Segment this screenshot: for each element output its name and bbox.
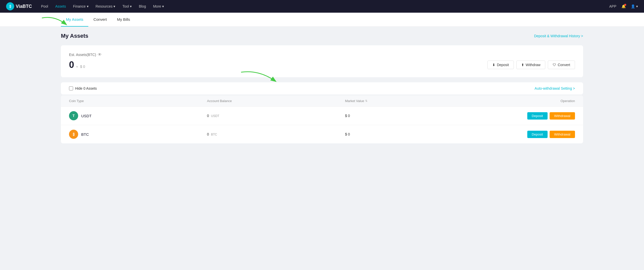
deposit-icon: ⬇ <box>492 63 495 67</box>
nav-more[interactable]: More ▾ <box>153 4 164 8</box>
navbar: ₿ ViaBTC Pool Assets Finance ▾ Resources… <box>0 0 644 13</box>
auto-withdrawal-link[interactable]: Auto-withdrawal Setting > <box>535 86 575 90</box>
balance-unit-btc: BTC <box>211 133 217 136</box>
filter-row: Hide 0 Assets Auto-withdrawal Setting > <box>61 82 583 94</box>
deposit-button[interactable]: ⬇ Deposit <box>487 61 514 69</box>
chevron-down-icon: ▾ <box>162 4 164 8</box>
page-title: My Assets <box>61 33 88 39</box>
convert-button[interactable]: 🛡 Convert <box>548 61 575 69</box>
tab-my-assets[interactable]: My Assets <box>61 13 88 27</box>
table-row: T USDT 0 USDT $ 0 Deposit Withdrawal <box>61 107 583 125</box>
tab-convert[interactable]: Convert <box>88 13 112 27</box>
chevron-down-icon: ▾ <box>113 4 115 8</box>
est-assets-label: Est. Assets(BTC) 👁 <box>69 52 575 57</box>
asset-summary-card: Est. Assets(BTC) 👁 0 ≈ $ 0 ⬇ Deposit ⬆ <box>61 45 583 77</box>
btc-withdrawal-button[interactable]: Withdrawal <box>550 131 575 138</box>
nav-pool[interactable]: Pool <box>41 4 48 8</box>
nav-resources[interactable]: Resources ▾ <box>96 4 115 8</box>
op-cell-btc: Deposit Withdrawal <box>483 131 575 138</box>
op-cell-usdt: Deposit Withdrawal <box>483 112 575 120</box>
btc-logo: ₿ <box>69 130 78 139</box>
usdt-deposit-button[interactable]: Deposit <box>527 112 548 120</box>
assets-table: Coin Type Account Balance Market Value ⇅… <box>61 95 583 143</box>
asset-value-left: 0 ≈ $ 0 <box>69 60 85 70</box>
nav-right: APP 🔔 👤 ▾ <box>609 4 638 8</box>
th-coin-type: Coin Type <box>69 99 207 103</box>
notification-bell[interactable]: 🔔 <box>621 4 626 8</box>
th-operation: Operation <box>483 99 575 103</box>
logo-icon: ₿ <box>6 2 14 10</box>
balance-cell-usdt: 0 USDT <box>207 114 345 118</box>
coin-cell-usdt: T USDT <box>69 111 207 120</box>
chevron-down-icon: ▾ <box>636 4 638 8</box>
main-content: My Assets Deposit & Withdrawal History >… <box>0 27 644 149</box>
th-market-value: Market Value ⇅ <box>345 99 483 103</box>
sort-icon[interactable]: ⇅ <box>365 99 367 103</box>
asset-big-number: 0 <box>69 60 74 70</box>
usdt-logo: T <box>69 111 78 120</box>
withdraw-button[interactable]: ⬆ Withdraw <box>516 61 545 69</box>
shield-icon: 🛡 <box>553 63 556 67</box>
usdt-withdrawal-button[interactable]: Withdrawal <box>550 112 575 120</box>
chevron-down-icon: ▾ <box>87 4 89 8</box>
coin-cell-btc: ₿ BTC <box>69 130 207 139</box>
balance-cell-btc: 0 BTC <box>207 132 345 136</box>
eye-icon[interactable]: 👁 <box>98 52 102 57</box>
action-buttons: ⬇ Deposit ⬆ Withdraw 🛡 Convert <box>487 61 575 69</box>
coin-name-btc: BTC <box>81 132 89 137</box>
nav-finance[interactable]: Finance ▾ <box>73 4 89 8</box>
market-cell-btc: $ 0 <box>345 132 483 136</box>
asset-approx-symbol: ≈ <box>76 65 78 69</box>
asset-value-row: 0 ≈ $ 0 ⬇ Deposit ⬆ Withdraw 🛡 Con <box>69 60 575 70</box>
chevron-down-icon: ▾ <box>130 4 132 8</box>
withdraw-icon: ⬆ <box>521 63 524 67</box>
table-header: Coin Type Account Balance Market Value ⇅… <box>61 95 583 107</box>
coin-name-usdt: USDT <box>81 114 92 118</box>
balance-unit-usdt: USDT <box>211 114 219 118</box>
market-cell-usdt: $ 0 <box>345 114 483 118</box>
user-dropdown[interactable]: 👤 ▾ <box>631 4 638 8</box>
app-link[interactable]: APP <box>609 4 616 8</box>
tabs-bar: My Assets Convert My Bills <box>0 13 644 27</box>
btc-deposit-button[interactable]: Deposit <box>527 131 548 138</box>
asset-usd-value: $ 0 <box>80 65 85 69</box>
logo[interactable]: ₿ ViaBTC <box>6 2 32 10</box>
hide-zero-assets-checkbox[interactable] <box>69 86 73 90</box>
tab-my-bills[interactable]: My Bills <box>112 13 135 27</box>
notification-dot <box>624 4 626 6</box>
user-icon: 👤 <box>631 4 635 8</box>
history-link[interactable]: Deposit & Withdrawal History > <box>534 34 583 38</box>
hide-zero-assets-label[interactable]: Hide 0 Assets <box>69 86 97 90</box>
page-header: My Assets Deposit & Withdrawal History > <box>61 33 583 39</box>
nav-tool[interactable]: Tool ▾ <box>122 4 132 8</box>
table-row: ₿ BTC 0 BTC $ 0 Deposit Withdrawal <box>61 125 583 143</box>
brand-name: ViaBTC <box>16 4 32 9</box>
th-account-balance: Account Balance <box>207 99 345 103</box>
nav-blog[interactable]: Blog <box>139 4 146 8</box>
nav-assets[interactable]: Assets <box>55 4 66 8</box>
